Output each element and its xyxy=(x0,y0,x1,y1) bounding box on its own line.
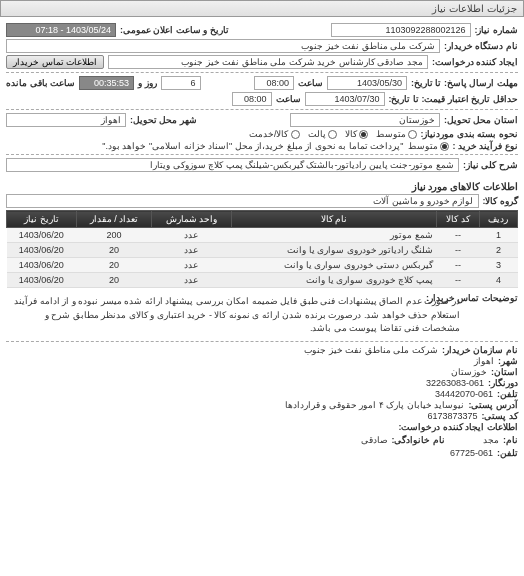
need-desc-field: شمع موتور-جنت پایین رادیاتور-بالشتک گیرب… xyxy=(6,158,459,172)
lastname-label: نام خانوادگی: xyxy=(392,435,446,445)
province-label: استان: xyxy=(491,367,518,377)
table-cell: 1403/06/20 xyxy=(7,243,77,258)
buy-type-opt-0[interactable]: متوسط xyxy=(408,141,449,151)
contact-button[interactable]: اطلاعات تماس خریدار xyxy=(6,55,104,69)
valid-time-field: 08:00 xyxy=(232,92,272,106)
table-cell: -- xyxy=(437,258,480,273)
postal-label: آدرس پستی: xyxy=(469,400,519,410)
delivery-state-field: خوزستان xyxy=(290,113,440,127)
deadline-date-field: 1403/05/30 xyxy=(327,76,407,90)
goods-section-title: اطلاعات کالاهای مورد نیاز xyxy=(6,181,518,192)
table-cell: 20 xyxy=(76,273,152,288)
packaging-opt-0[interactable]: متوسط xyxy=(376,129,417,139)
name-label: نام: xyxy=(503,435,518,445)
goods-table: ردیف کد کالا نام کالا واحد شمارش تعداد /… xyxy=(6,210,518,288)
req-no-field: 1103092288002126 xyxy=(331,23,471,37)
saat-label-2: ساعت xyxy=(276,94,301,104)
valid-label: حداقل تاریخ اعتبار قیمت: تا تاریخ: xyxy=(389,94,519,104)
packaging-opt-1[interactable]: کالا xyxy=(345,129,368,139)
goods-group-label: گروه کالا: xyxy=(483,196,519,206)
table-cell: شمع موتور xyxy=(231,228,437,243)
table-row: 2--شلنگ رادیاتور خودروی سواری یا وانتعدد… xyxy=(7,243,518,258)
table-cell: 1403/06/20 xyxy=(7,258,77,273)
delivery-city-label: شهر محل تحویل: xyxy=(130,115,197,125)
buy-type-radio-group: متوسط xyxy=(408,141,449,151)
fax-value: 32263083-061 xyxy=(426,378,484,388)
buy-type-label: نوع فرآیند خرید : xyxy=(453,141,519,151)
packaging-opt-3[interactable]: کالا/خدمت xyxy=(249,129,300,139)
table-cell: 1403/06/20 xyxy=(7,228,77,243)
city-label: شهر: xyxy=(498,356,518,366)
table-cell: -- xyxy=(437,243,480,258)
table-cell: پمپ کلاچ خودروی سواری یا وانت xyxy=(231,273,437,288)
phone-value: 34442070-061 xyxy=(435,389,493,399)
table-cell: 1 xyxy=(479,228,517,243)
packaging-label: نحوه بسته بندی موردنیاز: xyxy=(421,129,519,139)
table-cell: عدد xyxy=(152,273,231,288)
packaging-radio-group: متوسط کالا پالت کالا/خدمت xyxy=(249,129,417,139)
packaging-opt-2[interactable]: پالت xyxy=(308,129,337,139)
panel-title: جزئیات اطلاعات نیاز xyxy=(432,3,517,14)
buyer-field: شرکت ملی مناطق نفت خیز جنوب xyxy=(6,39,440,53)
city-value: اهواز xyxy=(474,356,494,366)
province-value: خوزستان xyxy=(451,367,487,377)
days-remaining-label: روز و xyxy=(138,78,157,88)
table-cell: گیربکس دستی خودروی سواری یا وانت xyxy=(231,258,437,273)
table-cell: عدد xyxy=(152,243,231,258)
table-cell: 20 xyxy=(76,258,152,273)
creator-label: ایجاد کننده درخواست: xyxy=(432,57,518,67)
postal-value: نیوساید خیابان پارک ۴ امور حقوقی و قرارد… xyxy=(285,400,465,410)
main-content: شماره نیاز: 1103092288002126 تاریخ و ساع… xyxy=(0,17,524,463)
th-2: نام کالا xyxy=(231,211,437,228)
req-no-label: شماره نیاز: xyxy=(475,25,519,35)
table-cell: -- xyxy=(437,228,480,243)
pub-date-field: 1403/05/24 - 07:18 xyxy=(6,23,116,37)
buyer-label: نام دستگاه خریدار: xyxy=(444,41,518,51)
tel-value: 67725-061 xyxy=(450,448,493,458)
th-3: واحد شمارش xyxy=(152,211,231,228)
name-value: مجد xyxy=(483,435,499,445)
table-row: 4--پمپ کلاچ خودروی سواری یا وانتعدد20140… xyxy=(7,273,518,288)
time-remaining-label: ساعت باقی مانده xyxy=(6,78,75,88)
org-value: شرکت ملی مناطق نفت خیز جنوب xyxy=(304,345,438,355)
table-cell: 20 xyxy=(76,243,152,258)
days-remaining-field: 6 xyxy=(161,76,201,90)
org-label: نام سازمان خریدار: xyxy=(442,345,518,355)
phone-label: تلفن: xyxy=(497,389,518,399)
table-cell: عدد xyxy=(152,258,231,273)
postcode-value: 6173873375 xyxy=(427,411,477,421)
fax-label: دورنگار: xyxy=(488,378,518,388)
need-desc-label: شرح کلی نیاز: xyxy=(463,160,518,170)
table-cell: 200 xyxy=(76,228,152,243)
creator-field: مجد صادقی کارشناس خرید شرکت ملی مناطق نف… xyxy=(108,55,428,69)
pub-date-label: تاریخ و ساعت اعلان عمومی: xyxy=(120,25,229,35)
notes-label: توضیحات تماس خریدار: xyxy=(468,293,518,303)
table-cell: عدد xyxy=(152,228,231,243)
lastname-value: صادقی xyxy=(361,435,388,445)
valid-date-field: 1403/07/30 xyxy=(305,92,385,106)
goods-group-field: لوازم خودرو و ماشین آلات xyxy=(6,194,479,208)
tel-label: تلفن: xyxy=(497,448,518,458)
delivery-city-field: اهواز xyxy=(6,113,126,127)
saat-label-1: ساعت xyxy=(298,78,323,88)
deadline-label: مهلت ارسال پاسخ: تا تاریخ: xyxy=(411,78,518,88)
table-cell: 2 xyxy=(479,243,517,258)
panel-header: جزئیات اطلاعات نیاز xyxy=(0,0,524,17)
buy-type-note: "پرداخت تماما به نحوی از مبلغ خرید،از مح… xyxy=(102,141,403,151)
creator-info-label: اطلاعات ایجاد کننده درخواست: xyxy=(399,422,519,432)
th-0: ردیف xyxy=(479,211,517,228)
time-remaining-field: 00:35:53 xyxy=(79,76,134,90)
th-5: تاریخ نیاز xyxy=(7,211,77,228)
table-row: 1--شمع موتورعدد2001403/06/20 xyxy=(7,228,518,243)
th-1: کد کالا xyxy=(437,211,480,228)
table-cell: 4 xyxy=(479,273,517,288)
th-4: تعداد / مقدار xyxy=(76,211,152,228)
table-cell: -- xyxy=(437,273,480,288)
deadline-time-field: 08:00 xyxy=(254,76,294,90)
table-cell: 1403/06/20 xyxy=(7,273,77,288)
table-cell: 3 xyxy=(479,258,517,273)
notes-text: در صورت عدم الصاق پیشنهادات فنی طبق فایل… xyxy=(6,293,464,338)
table-cell: شلنگ رادیاتور خودروی سواری یا وانت xyxy=(231,243,437,258)
delivery-state-label: استان محل تحویل: xyxy=(444,115,518,125)
postcode-label: کد پستی: xyxy=(482,411,519,421)
